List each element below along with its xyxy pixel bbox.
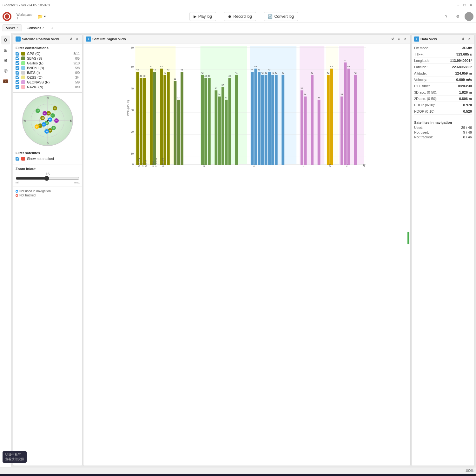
hdop-value: 0.520 <box>463 109 472 113</box>
holiday-notification: 明日中秋节 查看放假安排 <box>3 451 27 463</box>
tab-consoles-close[interactable]: × <box>43 26 44 30</box>
zoom-slider[interactable] <box>16 176 80 181</box>
panel-controls: ↺ × <box>68 36 80 42</box>
data-close-button[interactable]: × <box>467 36 472 42</box>
utc-value: 08:03:30 <box>458 84 472 88</box>
bar-r1-1 <box>344 63 347 165</box>
close-panel-button[interactable]: × <box>75 36 80 42</box>
filter-beidou-checkbox[interactable] <box>16 66 19 70</box>
filter-glonass-checkbox[interactable] <box>16 80 19 84</box>
signal-content: 60 50 40 30 20 10 0 C/No (dBH <box>83 43 410 466</box>
latitude-value: 22.6805885° <box>452 65 472 69</box>
maximize-button[interactable]: □ <box>462 3 467 8</box>
compass-north: N <box>47 96 49 100</box>
bar-b4-1 <box>271 75 274 165</box>
settings-button[interactable]: ⚙ <box>453 12 462 21</box>
signal-close-button[interactable]: × <box>403 36 408 42</box>
tab-views[interactable]: Views × <box>3 24 22 31</box>
bar-l-2 <box>304 96 307 165</box>
fix-mode-label: Fix mode: <box>414 46 429 50</box>
bar-e2-2 <box>235 75 238 165</box>
close-button[interactable]: × <box>468 3 473 8</box>
altitude-row: Altitude: 124.659 m <box>414 71 472 76</box>
convert-log-button[interactable]: 🔄 Convert log <box>264 12 298 21</box>
sat-b2: B2 <box>42 122 46 127</box>
zoom-value: 15 <box>16 172 80 176</box>
bar-b1-2 <box>254 69 257 165</box>
y-label-30: 30 <box>131 109 134 112</box>
show-not-tracked-checkbox[interactable] <box>16 157 19 161</box>
filter-imes-checkbox[interactable] <box>16 71 19 75</box>
tab-consoles[interactable]: Consoles × <box>23 24 48 31</box>
bar-g1-3 <box>143 78 146 165</box>
filter-beidou: BeiDou (B) 5/8 <box>16 66 80 70</box>
satellite-signal-panel: i Satellite Signal View ↺ ≡ × <box>83 34 411 466</box>
filter-constellations-title: Filter constellations <box>16 46 80 50</box>
sidebar-briefcase-icon[interactable]: 💼 <box>1 76 10 85</box>
tab-add-button[interactable]: + <box>49 25 56 31</box>
bar-label-b3-3: 43 <box>268 69 271 71</box>
workspace-dropdown[interactable]: 📁 ▾ <box>37 14 46 19</box>
data-content: Fix mode: 3D-fix TTFF: 323.685 s Longitu… <box>412 43 474 466</box>
content-area: i Satellite Position View ↺ × Filter con… <box>11 33 476 467</box>
x-label-g3: G3 L1C/A <box>162 158 164 167</box>
help-button[interactable]: ? <box>442 12 451 21</box>
minimize-button[interactable]: − <box>456 3 461 8</box>
latitude-row: Latitude: 22.6805885° <box>414 65 472 70</box>
signal-refresh-button[interactable]: ↺ <box>390 36 395 42</box>
longitude-value: 113.9940901° <box>450 59 472 63</box>
filter-sbas-color <box>21 56 25 60</box>
data-view-icon: i <box>414 36 419 42</box>
ttff-label: TTFF: <box>414 52 424 56</box>
y-label-60: 60 <box>131 46 134 49</box>
filter-navic-checkbox[interactable] <box>16 85 19 89</box>
filter-qzss-checkbox[interactable] <box>16 76 19 79</box>
bar-label-e1-1: 37 <box>221 84 224 86</box>
refresh-button[interactable]: ↺ <box>68 36 73 42</box>
acc3d-label: 3D acc. (0-50): <box>414 90 437 94</box>
filter-gps-color <box>21 52 25 56</box>
filter-qzss: QZSS (Q) 3/4 <box>16 76 80 79</box>
bar-label-s1: 43 <box>153 69 156 71</box>
compass-west: W <box>23 119 26 122</box>
avatar[interactable] <box>465 12 473 21</box>
filter-sbas-checkbox[interactable] <box>16 56 19 60</box>
bar-label-b4-2: 42 <box>275 72 277 74</box>
bar-l2-1 <box>281 75 284 165</box>
data-refresh-button[interactable]: ↺ <box>460 36 466 42</box>
bar-q2-2 <box>330 69 333 165</box>
ttff-row: TTFF: 323.685 s <box>414 52 472 57</box>
satellite-signal-icon: i <box>86 36 91 42</box>
zoom-level: 100% <box>465 469 473 473</box>
sidebar-location-icon[interactable]: ◎ <box>1 66 10 75</box>
bar-g2-1 <box>150 69 153 165</box>
filter-galileo-checkbox[interactable] <box>16 61 19 65</box>
record-log-button[interactable]: ⏺ Record log <box>224 12 256 21</box>
bar-b4-2 <box>275 75 278 165</box>
tab-views-close[interactable]: × <box>17 26 18 30</box>
sidebar-settings-icon[interactable]: ⚙ <box>1 36 10 44</box>
signal-panel-controls: ↺ ≡ × <box>390 36 408 42</box>
taskbar: 🔍 搜索 🧠 📁 ⬤ 🌐 ⬤ ^ 📶 🔊 中 16:03 2024/9/16 <box>0 474 476 476</box>
utc-label: UTC time: <box>414 84 430 88</box>
play-log-button[interactable]: ▶ Play log <box>189 12 216 21</box>
compass-south: S <box>47 142 49 145</box>
sidebar-add-icon[interactable]: ⊕ <box>1 56 10 65</box>
bar-s1 <box>153 72 156 165</box>
filter-gps-checkbox[interactable] <box>16 52 19 56</box>
velocity-value: 0.009 m/s <box>456 78 472 82</box>
signal-filter-button[interactable]: ≡ <box>396 36 401 42</box>
bar-label-b2-1: 43 <box>258 69 260 71</box>
bar-label-e3-3: 40 <box>208 75 210 77</box>
signal-chart: 60 50 40 30 20 10 0 C/No (dBH <box>86 46 408 179</box>
filter-galileo-label: Galileo (E) <box>27 61 72 65</box>
bar-label-e9: 34 <box>218 93 221 96</box>
sidebar-grid-icon[interactable]: ⊞ <box>1 46 10 55</box>
bar-label-r1-1: 47 <box>344 59 347 62</box>
filter-navic-label: NAVIC (N) <box>27 85 73 89</box>
latitude-label: Latitude: <box>414 65 427 69</box>
legend-not-used: Not used in navigation <box>16 189 80 193</box>
x-label-g2: G2 L2 <box>152 161 154 167</box>
bar-r1-2 <box>347 69 350 165</box>
not-tracked-value: 8 / 46 <box>463 135 472 139</box>
